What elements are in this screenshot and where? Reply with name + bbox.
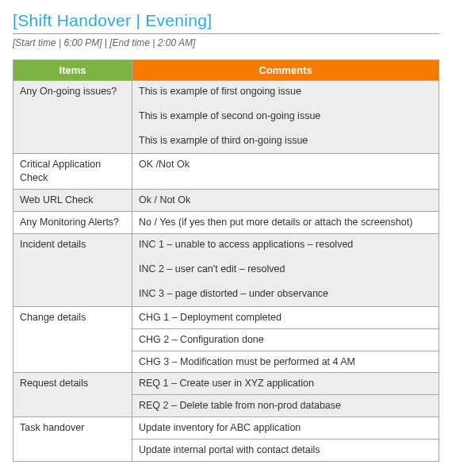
col-header-comments: Comments (132, 60, 439, 81)
row-request-details: Request details REQ 1 – Create user in X… (13, 373, 439, 395)
item-cell: Any On-going issues? (13, 81, 132, 154)
subtitle: [Start time | 6:00 PM] | [End time | 2:0… (13, 37, 439, 48)
comment-cell: Update inventory for ABC application (132, 417, 439, 440)
page-title: [Shift Handover | Evening] (13, 11, 439, 30)
table-header-row: Items Comments (13, 60, 439, 81)
col-header-items: Items (13, 60, 132, 81)
comment-cell: REQ 1 – Create user in XYZ application (132, 373, 439, 395)
row-incident-details: Incident details INC 1 – unable to acces… (13, 234, 439, 307)
comment-cell: REQ 2 – Delete table from non-prod datab… (132, 395, 439, 417)
item-cell: Any Monitoring Alerts? (13, 212, 132, 234)
comment-cell: Update internal portal with contact deta… (132, 440, 439, 462)
comment-cell: OK /Not Ok (132, 153, 439, 190)
comment-cell: This is example of first ongoing issue T… (132, 81, 439, 154)
item-cell: Critical Application Check (13, 153, 132, 190)
item-cell: Incident details (13, 234, 132, 307)
row-web-url-check: Web URL Check Ok / Not Ok (13, 190, 439, 212)
comment-line: INC 3 – page distorted – under observanc… (139, 287, 432, 302)
row-ongoing-issues: Any On-going issues? This is example of … (13, 81, 439, 154)
comment-cell: CHG 2 – Configuration done (132, 328, 439, 351)
row-change-details: Change details CHG 1 – Deployment comple… (13, 306, 439, 328)
item-cell: Change details (13, 306, 132, 373)
title-rule (13, 33, 439, 34)
comment-line: INC 1 – unable to access applications – … (139, 238, 432, 263)
item-cell: Task handover (13, 417, 132, 462)
row-task-handover: Task handover Update inventory for ABC a… (13, 417, 439, 440)
item-cell: Web URL Check (13, 190, 132, 212)
row-monitoring-alerts: Any Monitoring Alerts? No / Yes (if yes … (13, 212, 439, 234)
row-critical-check: Critical Application Check OK /Not Ok (13, 153, 439, 190)
handover-table: Items Comments Any On-going issues? This… (13, 60, 439, 462)
comment-cell: CHG 1 – Deployment completed (132, 306, 439, 328)
comment-cell: CHG 3 – Modification must be performed a… (132, 351, 439, 373)
comment-cell: Ok / Not Ok (132, 190, 439, 212)
comment-cell: INC 1 – unable to access applications – … (132, 234, 439, 307)
item-cell: Request details (13, 373, 132, 417)
comment-line: This is example of first ongoing issue (139, 85, 432, 109)
comment-line: This is example of second on-going issue (139, 109, 432, 134)
comment-line: INC 2 – user can't edit – resolved (139, 263, 432, 287)
comment-line: This is example of third on-going issue (139, 134, 432, 149)
comment-cell: No / Yes (if yes then put more details o… (132, 212, 439, 234)
